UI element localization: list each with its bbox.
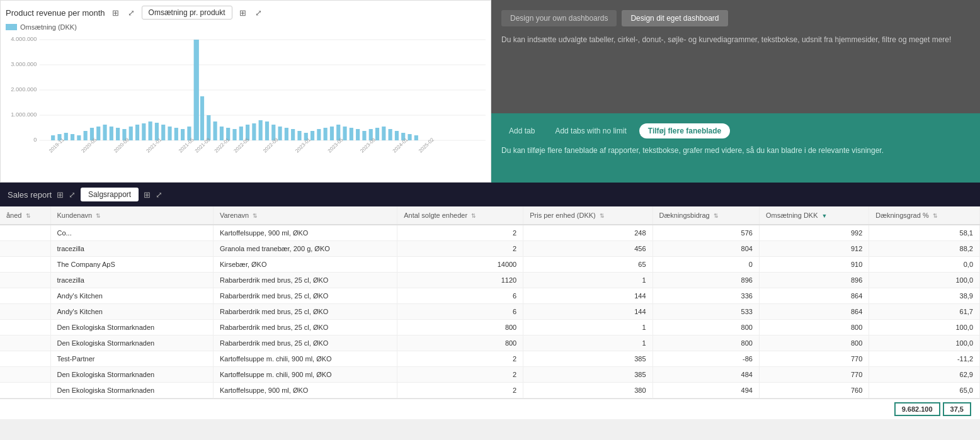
svg-rect-33 xyxy=(200,96,204,140)
svg-rect-65 xyxy=(407,134,411,140)
cell-daekningsgrad: 38,9 xyxy=(869,288,980,304)
svg-text:3.000.000: 3.000.000 xyxy=(11,61,37,67)
tilfoj-faneblade-btn[interactable]: Tilføj flere faneblade xyxy=(639,123,730,138)
cell-maaned xyxy=(0,241,50,257)
cell-daekningsbidrag: 494 xyxy=(652,383,759,398)
cell-varenavn: Rabarberdrik med brus, 25 cl, ØKO xyxy=(213,288,397,304)
cell-antal: 2 xyxy=(397,241,523,257)
chart-table-icon[interactable]: ⊞ xyxy=(110,8,121,18)
svg-rect-17 xyxy=(96,127,100,140)
cell-kundenavn: tracezilla xyxy=(50,241,213,257)
cell-daekningsgrad: 100,0 xyxy=(869,320,980,336)
cell-kundenavn: The Company ApS xyxy=(50,257,213,273)
legend-color-box xyxy=(6,24,17,30)
right-panel: Design your own dashboards Design dit eg… xyxy=(491,0,980,183)
svg-rect-30 xyxy=(174,128,178,140)
svg-rect-52 xyxy=(324,128,328,140)
add-tab-btn[interactable]: Add tab xyxy=(501,123,542,138)
col-antal[interactable]: Antal solgte enheder ⇅ xyxy=(397,206,523,225)
chart-tab-expand-icon[interactable]: ⤢ xyxy=(253,8,264,18)
cell-kundenavn: Den Ekologiska Stormarknaden xyxy=(50,367,213,383)
cell-omsaetning: 992 xyxy=(759,225,869,241)
design-eget-btn[interactable]: Design dit eget dashboard xyxy=(622,10,727,26)
table-header-expand-icon[interactable]: ⤢ xyxy=(69,190,76,200)
cell-pris: 385 xyxy=(523,367,652,383)
design-panel: Design your own dashboards Design dit eg… xyxy=(491,0,980,113)
svg-rect-25 xyxy=(149,121,152,140)
svg-rect-39 xyxy=(239,127,243,140)
cell-daekningsgrad: 0,0 xyxy=(869,257,980,273)
cell-omsaetning: 864 xyxy=(759,304,869,320)
svg-rect-63 xyxy=(395,131,399,140)
svg-rect-45 xyxy=(278,127,282,140)
svg-text:2022-09: 2022-09 xyxy=(262,137,280,154)
chart-expand-icon[interactable]: ⤢ xyxy=(126,8,137,18)
cell-antal: 14000 xyxy=(397,257,523,273)
cell-varenavn: Kirsebær, ØKO xyxy=(213,257,397,273)
cell-daekningsgrad: 88,2 xyxy=(869,241,980,257)
sales-table: åned ⇅ Kundenavn ⇅ Varenavn ⇅ Antal solg… xyxy=(0,206,980,398)
col-omsaetning[interactable]: Omsætning DKK ▼ xyxy=(759,206,869,225)
cell-daekningsbidrag: 576 xyxy=(652,225,759,241)
svg-rect-22 xyxy=(129,127,133,140)
cell-daekningsbidrag: -86 xyxy=(652,351,759,367)
svg-rect-61 xyxy=(382,127,385,140)
col-daekningsbidrag[interactable]: Dækningsbidrag ⇅ xyxy=(652,206,759,225)
svg-rect-56 xyxy=(350,128,353,140)
table-tab[interactable]: Salgsrapport xyxy=(81,188,139,201)
cell-omsaetning: 912 xyxy=(759,241,869,257)
cell-omsaetning: 800 xyxy=(759,320,869,336)
svg-rect-12 xyxy=(64,133,68,140)
table-tab-expand-icon[interactable]: ⤢ xyxy=(156,190,162,200)
chart-title: Product revenue per month xyxy=(6,8,105,18)
cell-daekningsbidrag: 804 xyxy=(652,241,759,257)
svg-rect-20 xyxy=(116,128,120,140)
cell-daekningsgrad: 100,0 xyxy=(869,336,980,351)
cell-antal: 2 xyxy=(397,351,523,367)
footer-omsaetning: 9.682.100 xyxy=(894,402,940,416)
svg-rect-41 xyxy=(252,123,256,140)
svg-rect-29 xyxy=(168,127,171,140)
col-pris[interactable]: Pris per enhed (DKK) ⇅ xyxy=(523,206,652,225)
table-header-table-icon[interactable]: ⊞ xyxy=(57,190,64,200)
svg-text:2020-09: 2020-09 xyxy=(113,137,130,154)
cell-daekningsgrad: -11,2 xyxy=(869,351,980,367)
design-panel-header: Design your own dashboards Design dit eg… xyxy=(501,10,970,26)
cell-maaned xyxy=(0,257,50,273)
cell-omsaetning: 910 xyxy=(759,257,869,273)
chart-header: Product revenue per month ⊞ ⤢ Omsætning … xyxy=(6,6,486,20)
cell-varenavn: Granola med tranebær, 200 g, ØKO xyxy=(213,241,397,257)
svg-text:2020-05: 2020-05 xyxy=(81,137,98,154)
cell-antal: 6 xyxy=(397,304,523,320)
cell-daekningsbidrag: 484 xyxy=(652,367,759,383)
chart-tab[interactable]: Omsætning pr. produkt xyxy=(142,6,232,20)
cell-antal: 1120 xyxy=(397,273,523,288)
design-own-btn[interactable]: Design your own dashboards xyxy=(501,10,617,26)
col-varenavn[interactable]: Varenavn ⇅ xyxy=(213,206,397,225)
add-tabs-no-limit-btn[interactable]: Add tabs with no limit xyxy=(547,123,634,138)
cell-pris: 144 xyxy=(523,304,652,320)
cell-daekningsbidrag: 800 xyxy=(652,320,759,336)
col-maaned[interactable]: åned ⇅ xyxy=(0,206,50,225)
bottom-section: Sales report ⊞ ⤢ Salgsrapport ⊞ ⤢ åned ⇅… xyxy=(0,183,980,419)
table-tab-table-icon[interactable]: ⊞ xyxy=(144,190,151,200)
chart-tab-table-icon[interactable]: ⊞ xyxy=(237,8,248,18)
svg-rect-51 xyxy=(317,129,321,140)
col-daekningsgrad[interactable]: Dækningsgrad % ⇅ xyxy=(869,206,980,225)
design-panel-text: Du kan indsætte udvalgte tabeller, cirke… xyxy=(501,34,970,45)
cell-antal: 800 xyxy=(397,320,523,336)
cell-pris: 1 xyxy=(523,336,652,351)
cell-kundenavn: Den Ekologiska Stormarknaden xyxy=(50,320,213,336)
svg-text:2.000.000: 2.000.000 xyxy=(11,86,37,93)
cell-daekningsgrad: 100,0 xyxy=(869,273,980,288)
svg-rect-42 xyxy=(259,120,263,140)
cell-antal: 2 xyxy=(397,383,523,398)
svg-rect-47 xyxy=(291,129,295,140)
svg-rect-55 xyxy=(343,127,346,140)
svg-text:0: 0 xyxy=(33,137,37,143)
col-kundenavn[interactable]: Kundenavn ⇅ xyxy=(50,206,213,225)
cell-pris: 65 xyxy=(523,257,652,273)
svg-rect-24 xyxy=(142,123,145,140)
table-row: Andy's Kitchen Rabarberdrik med brus, 25… xyxy=(0,288,980,304)
cell-maaned xyxy=(0,383,50,398)
